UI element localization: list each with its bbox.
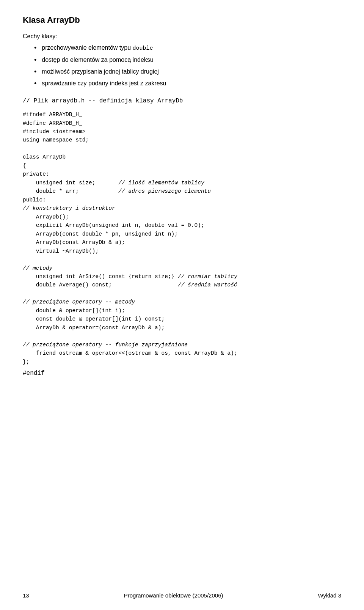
page: Klasa ArrayDb Cechy klasy: • przechowywa…	[0, 0, 364, 610]
footer-page-number: 13	[23, 592, 29, 599]
bullet-header: Cechy klasy:	[23, 32, 341, 41]
footer-lecture: Wykład 3	[318, 592, 341, 599]
bullet-item-1: • przechowywanie elementów typu double	[23, 43, 341, 53]
footer-course: Programowanie obiektowe (2005/2006)	[124, 592, 223, 599]
code-block: #ifndef ARRAYDB_H_ #define ARRAYDB_H_ #i…	[23, 110, 341, 366]
bullet-item-4: • sprawdzanie czy podany indeks jest z z…	[23, 79, 341, 88]
bullet-item-3: • możliwość przypisania jednej tablicy d…	[23, 67, 341, 77]
bullet-header-text: Cechy klasy:	[23, 32, 57, 41]
bullet-text-4: sprawdzanie czy podany indeks jest z zak…	[42, 79, 166, 88]
bullet-section: Cechy klasy: • przechowywanie elementów …	[23, 32, 341, 88]
bullet-text-2: dostęp do elementów za pomocą indeksu	[42, 55, 153, 64]
bullet-text-1: przechowywanie elementów typu double	[42, 43, 153, 53]
footer: 13 Programowanie obiektowe (2005/2006) W…	[0, 592, 364, 599]
bullet-dot-1: •	[34, 43, 36, 53]
bullet-dot-3: •	[34, 67, 36, 77]
bullet-item-2: • dostęp do elementów za pomocą indeksu	[23, 55, 341, 65]
page-title: Klasa ArrayDb	[23, 15, 341, 25]
bullet-dot-4: •	[34, 79, 36, 88]
code-ifndef: #ifndef ARRAYDB_H_ #define ARRAYDB_H_ #i…	[23, 112, 237, 365]
file-label: // Plik arraydb.h -- definicja klasy Arr…	[23, 97, 341, 104]
bullet-dot-2: •	[34, 55, 36, 65]
endif-label: #endif	[23, 370, 341, 377]
bullet-text-3: możliwość przypisania jednej tablicy dru…	[42, 67, 159, 76]
